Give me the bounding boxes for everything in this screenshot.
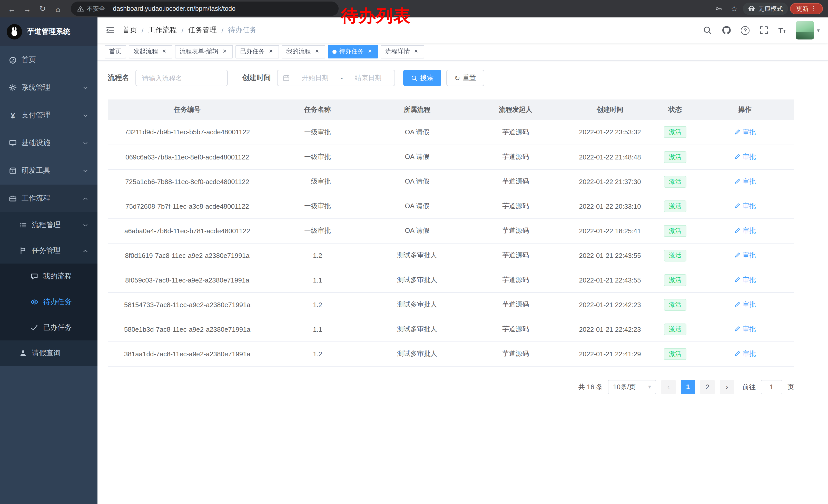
browser-update-button[interactable]: 更新 ⋮	[790, 3, 823, 14]
cell-task-id: 725a1eb6-7b88-11ec-8ef0-acde48001122	[108, 169, 267, 194]
tab-label: 待办任务	[339, 47, 364, 56]
breadcrumb-item[interactable]: 首页	[123, 26, 137, 35]
table-row: 8f0d1619-7ac8-11ec-a9e2-a2380e71991a1.2测…	[108, 243, 794, 268]
sidebar-item-infrastructure[interactable]: 基础设施	[0, 129, 97, 157]
sidebar-item-task-management[interactable]: 任务管理	[0, 238, 97, 264]
cell-status: 激活	[655, 120, 696, 145]
breadcrumb-item[interactable]: 工作流程	[148, 26, 177, 35]
eye-icon	[30, 298, 38, 306]
approve-link[interactable]: 审批	[734, 127, 756, 137]
search-icon[interactable]	[703, 26, 712, 35]
tab-6[interactable]: 流程详情×	[381, 45, 424, 58]
sidebar-item-home[interactable]: 首页	[0, 46, 97, 74]
create-time-label: 创建时间	[242, 73, 271, 83]
cell-process: 测试多审批人	[368, 292, 466, 317]
app-title: 芋道管理系统	[27, 27, 70, 36]
sidebar-item-my-processes[interactable]: 我的流程	[0, 264, 97, 289]
security-indicator[interactable]: 不安全	[77, 4, 105, 13]
cell-task-id: 580e1b3d-7ac8-11ec-a9e2-a2380e71991a	[108, 317, 267, 341]
browser-reload-button[interactable]: ↻	[36, 2, 49, 15]
approve-link[interactable]: 审批	[734, 349, 756, 358]
create-time-range-picker[interactable]: 开始日期 - 结束日期	[277, 70, 395, 86]
help-icon[interactable]: ?	[741, 26, 749, 35]
github-icon[interactable]	[722, 26, 731, 35]
tab-5[interactable]: 待办任务×	[328, 45, 378, 58]
page-size-select[interactable]: 10条/页 ▾	[608, 380, 656, 394]
incognito-icon	[748, 5, 755, 12]
password-key-icon[interactable]	[712, 2, 726, 15]
tab-close-icon[interactable]: ×	[267, 48, 275, 55]
breadcrumb: 首页 / 工作流程 / 任务管理 / 待办任务	[123, 26, 257, 35]
process-name-input[interactable]	[135, 70, 228, 86]
status-badge: 激活	[664, 200, 687, 212]
more-menu-icon[interactable]: ⋮	[811, 5, 817, 12]
sidebar-item-process-management[interactable]: 流程管理	[0, 212, 97, 238]
sidebar-item-todo-tasks[interactable]: 待办任务	[0, 289, 97, 315]
next-page-button[interactable]: ›	[720, 380, 734, 394]
pagination: 共 16 条 10条/页 ▾ ‹ 1 2 › 前往 页	[108, 380, 794, 394]
cell-process: OA 请假	[368, 194, 466, 218]
tab-label: 我的流程	[286, 47, 311, 56]
sidebar-item-label: 流程管理	[32, 221, 78, 230]
cell-initiator: 芋道源码	[466, 169, 565, 194]
approve-link[interactable]: 审批	[734, 226, 756, 235]
gear-icon	[9, 84, 17, 92]
sidebar-item-leave-query[interactable]: 请假查询	[0, 340, 97, 366]
browser-forward-button[interactable]: →	[20, 2, 34, 15]
pencil-icon	[734, 178, 741, 185]
tab-close-icon[interactable]: ×	[161, 48, 168, 55]
incognito-badge: 无痕模式	[743, 3, 788, 15]
sidebar-item-label: 待办任务	[43, 297, 89, 307]
fullscreen-icon[interactable]	[759, 26, 769, 35]
app-logo[interactable]: 芋道管理系统	[0, 17, 97, 46]
approve-link[interactable]: 审批	[734, 325, 756, 334]
tab-1[interactable]: 发起流程×	[129, 45, 172, 58]
page-suffix: 页	[787, 382, 794, 392]
tab-3[interactable]: 已办任务×	[236, 45, 279, 58]
cell-actions: 审批	[696, 120, 794, 145]
approve-link[interactable]: 审批	[734, 275, 756, 284]
prev-page-button[interactable]: ‹	[661, 380, 676, 394]
address-bar[interactable]: 不安全 dashboard.yudao.iocoder.cn/bpm/task/…	[71, 2, 339, 16]
avatar[interactable]	[796, 21, 815, 40]
approve-link[interactable]: 审批	[734, 152, 756, 162]
breadcrumb-item[interactable]: 任务管理	[188, 26, 217, 35]
pencil-icon	[734, 326, 741, 332]
goto-page-input[interactable]	[761, 380, 782, 394]
user-menu[interactable]: ▾	[796, 21, 820, 40]
approve-link[interactable]: 审批	[734, 251, 756, 260]
page-button-1[interactable]: 1	[681, 380, 695, 394]
search-button[interactable]: 搜索	[403, 70, 441, 86]
tab-close-icon[interactable]: ×	[314, 48, 321, 55]
flag-icon	[19, 246, 27, 255]
tab-2[interactable]: 流程表单-编辑×	[175, 45, 233, 58]
incognito-label: 无痕模式	[758, 4, 783, 13]
tab-0[interactable]: 首页	[105, 45, 126, 58]
cell-process: 测试多审批人	[368, 243, 466, 268]
cell-task-id: 069c6a63-7b8a-11ec-8ef0-acde48001122	[108, 145, 267, 169]
pencil-icon	[734, 129, 741, 135]
approve-link[interactable]: 审批	[734, 201, 756, 211]
approve-link[interactable]: 审批	[734, 300, 756, 309]
sidebar-item-workflow[interactable]: 工作流程	[0, 185, 97, 212]
tab-close-icon[interactable]: ×	[221, 48, 228, 55]
sidebar-item-label: 首页	[22, 55, 89, 64]
browser-back-button[interactable]: ←	[5, 2, 18, 15]
screen: ← → ↻ ⌂ 不安全 dashboard.yudao.iocoder.cn/b…	[0, 0, 828, 504]
cell-create-time: 2022-01-22 18:25:41	[565, 218, 655, 243]
tab-close-icon[interactable]: ×	[412, 48, 420, 55]
sidebar-item-payment[interactable]: ¥ 支付管理	[0, 101, 97, 129]
reset-button[interactable]: ↻ 重置	[446, 70, 484, 86]
sidebar-item-system[interactable]: 系统管理	[0, 74, 97, 101]
browser-home-button[interactable]: ⌂	[51, 2, 65, 15]
sidebar-item-done-tasks[interactable]: 已办任务	[0, 315, 97, 340]
tab-close-icon[interactable]: ×	[366, 48, 373, 55]
tab-4[interactable]: 我的流程×	[282, 45, 325, 58]
tab-label: 首页	[109, 47, 122, 56]
collapse-sidebar-icon[interactable]	[106, 26, 115, 35]
font-size-icon[interactable]: TT	[778, 27, 786, 34]
sidebar-item-devtools[interactable]: 研发工具	[0, 157, 97, 185]
approve-link[interactable]: 审批	[734, 177, 756, 186]
page-button-2[interactable]: 2	[700, 380, 715, 394]
bookmark-star-icon[interactable]: ☆	[728, 2, 741, 15]
